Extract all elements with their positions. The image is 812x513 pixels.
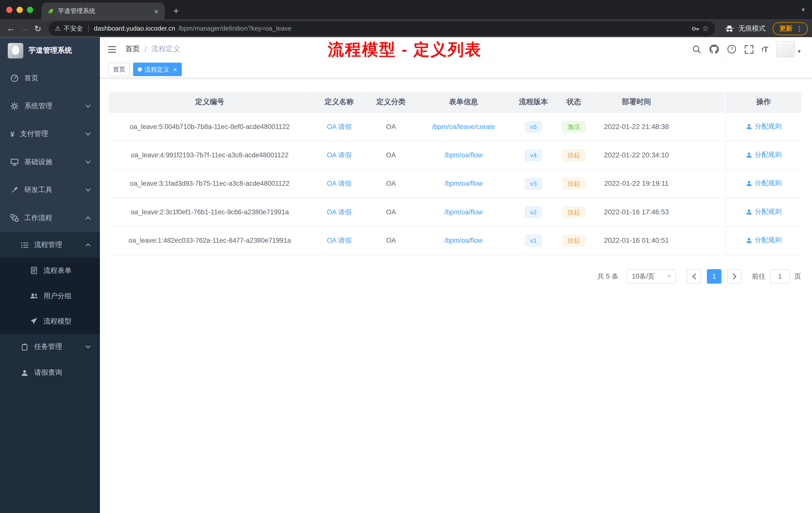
tab-search-caret-icon[interactable]: ▾ xyxy=(802,6,805,13)
sidebar-item-infrastructure[interactable]: 基础设施 xyxy=(0,148,100,176)
sidebar-item-process-management[interactable]: 流程管理 xyxy=(0,232,100,258)
definition-name-link[interactable]: OA 请假 xyxy=(327,236,351,244)
incognito-badge[interactable]: 无痕模式 xyxy=(719,24,771,33)
sidebar-item-home[interactable]: 首页 xyxy=(0,64,100,92)
sidebar-item-label: 流程表单 xyxy=(44,266,71,275)
sidebar-item-system[interactable]: 系统管理 xyxy=(0,92,100,120)
table-row: 分配规则 xyxy=(726,141,801,169)
assign-rule-label: 分配规则 xyxy=(755,150,782,160)
tag-home[interactable]: 首页 xyxy=(108,63,130,76)
table-header-row: 操作 xyxy=(726,92,801,113)
update-button[interactable]: 更新 ⋮ xyxy=(773,22,808,35)
sidebar-item-payment[interactable]: ¥ 支付管理 xyxy=(0,120,100,148)
browser-tab[interactable]: 芋道管理系统 × xyxy=(41,2,165,20)
sidebar-logo[interactable]: 芋道管理系统 xyxy=(0,37,100,64)
search-icon[interactable] xyxy=(692,45,701,54)
font-size-icon[interactable]: tT xyxy=(761,45,768,54)
cell-status: 挂起 xyxy=(554,141,593,169)
help-icon[interactable]: ? xyxy=(727,44,736,54)
sidebar-item-workflow[interactable]: 工作流程 xyxy=(0,204,100,232)
hamburger-icon[interactable] xyxy=(108,45,116,53)
cell-status: 挂起 xyxy=(554,226,593,254)
app: 芋道管理系统 首页 系统管理 ¥ 支付管理 xyxy=(0,37,812,513)
definition-table: 定义编号 定义名称 定义分类 表单信息 流程版本 状态 部署时间 oa_leav… xyxy=(109,92,801,255)
cell-definition-name: OA 请假 xyxy=(311,226,368,254)
chevron-down-icon xyxy=(85,132,91,135)
prev-page-button[interactable] xyxy=(687,269,701,283)
form-info-link[interactable]: /bpm/oa/flow xyxy=(444,180,483,187)
assign-rule-link[interactable]: 分配规则 xyxy=(746,122,782,131)
table-row: oa_leave:5:004b710b-7b8a-11ec-8ef0-acde4… xyxy=(109,113,724,141)
bookmark-star-icon[interactable]: ☆ xyxy=(702,24,709,33)
table-row: oa_leave:1:482ec033-762a-11ec-8477-a2380… xyxy=(109,226,724,254)
tag-close-icon[interactable]: × xyxy=(173,66,177,73)
definition-name-link[interactable]: OA 请假 xyxy=(327,151,351,159)
breadcrumb-home-link[interactable]: 首页 xyxy=(125,44,140,54)
goto-page-input[interactable] xyxy=(770,269,790,283)
new-tab-button[interactable]: + xyxy=(169,3,183,18)
reload-icon[interactable]: ↻ xyxy=(31,22,45,35)
fullscreen-icon[interactable] xyxy=(745,45,753,54)
cell-deploy-time: 2022-01-22 21:48:38 xyxy=(593,113,679,141)
tag-process-definition[interactable]: 流程定义 × xyxy=(133,63,181,76)
version-badge: v2 xyxy=(525,206,542,218)
version-badge: v3 xyxy=(525,178,542,189)
forward-icon[interactable]: → xyxy=(18,22,31,35)
active-dot xyxy=(138,67,142,71)
navbar-icons: ? tT ▾ xyxy=(692,41,801,58)
back-icon[interactable]: ← xyxy=(4,22,18,35)
sidebar-item-label: 支付管理 xyxy=(20,129,48,139)
github-icon[interactable] xyxy=(709,44,719,54)
update-label: 更新 xyxy=(779,24,792,33)
sidebar-item-process-model[interactable]: 流程模型 xyxy=(0,308,100,334)
page-size-value: 10条/页 xyxy=(632,272,655,281)
form-info-link[interactable]: /bpm/oa/flow xyxy=(444,151,483,159)
cell-filler xyxy=(679,226,724,254)
current-page-button[interactable]: 1 xyxy=(707,269,721,283)
table-actions: 操作 分配规则 分配规则 分配规则 xyxy=(726,92,801,255)
col-definition-id: 定义编号 xyxy=(109,92,311,113)
tags-view-bar: 首页 流程定义 × xyxy=(100,61,812,78)
page-size-select[interactable]: 10条/页 ▾ xyxy=(627,269,676,283)
url-host: dashboard.yudao.iocoder.cn xyxy=(94,25,175,32)
content: 定义编号 定义名称 定义分类 表单信息 流程版本 状态 部署时间 oa_leav… xyxy=(100,78,812,283)
tab-close-icon[interactable]: × xyxy=(153,6,160,16)
assign-rule-link[interactable]: 分配规则 xyxy=(746,150,782,160)
table-row: oa_leave:2:3c1f0ef1-76b1-11ec-9c66-a2380… xyxy=(109,198,724,226)
minimize-window-button[interactable] xyxy=(17,7,23,13)
page-annotation-title: 流程模型 - 定义列表 xyxy=(328,39,482,61)
definition-name-link[interactable]: OA 请假 xyxy=(327,179,351,187)
security-label[interactable]: 不安全 xyxy=(63,24,83,33)
cell-definition-id: oa_leave:4:991f2193-7b7f-11ec-a3c8-acde4… xyxy=(109,141,311,169)
col-deploy-time: 部署时间 xyxy=(593,92,679,113)
form-info-link[interactable]: /bpm/oa/flow xyxy=(444,208,483,216)
close-window-button[interactable] xyxy=(6,7,12,13)
cell-actions: 分配规则 xyxy=(726,198,801,226)
assign-rule-link[interactable]: 分配规则 xyxy=(746,207,782,217)
assign-rule-link[interactable]: 分配规则 xyxy=(746,179,782,188)
status-badge: 挂起 xyxy=(562,235,585,246)
form-info-link[interactable]: /bpm/oa/leave/create xyxy=(432,123,495,130)
address-bar[interactable]: ⚠ 不安全 dashboard.yudao.iocoder.cn /bpm/ma… xyxy=(49,21,715,36)
dashboard-icon xyxy=(10,74,19,82)
sidebar-item-dev-tools[interactable]: 研发工具 xyxy=(0,176,100,204)
sidebar-item-user-group[interactable]: 用户分组 xyxy=(0,283,100,308)
password-key-icon[interactable] xyxy=(691,25,699,32)
sidebar-item-label: 基础设施 xyxy=(24,157,52,167)
user-menu[interactable]: ▾ xyxy=(777,41,801,58)
sidebar-item-process-form[interactable]: 流程表单 xyxy=(0,258,100,283)
avatar[interactable] xyxy=(777,41,795,58)
form-info-link[interactable]: /bpm/oa/flow xyxy=(444,237,483,244)
definition-name-link[interactable]: OA 请假 xyxy=(327,208,351,216)
assign-rule-link[interactable]: 分配规则 xyxy=(746,236,782,245)
table-row: 分配规则 xyxy=(726,113,801,141)
paper-plane-icon xyxy=(30,317,38,325)
sidebar-item-leave-query[interactable]: 请假查询 xyxy=(0,360,100,386)
definition-name-link[interactable]: OA 请假 xyxy=(327,122,351,130)
next-page-button[interactable] xyxy=(727,269,742,283)
maximize-window-button[interactable] xyxy=(27,7,33,13)
cell-definition-name: OA 请假 xyxy=(311,169,368,198)
assign-rule-label: 分配规则 xyxy=(755,207,782,217)
browser-menu-icon[interactable]: ⋮ xyxy=(796,25,803,32)
sidebar-item-task-management[interactable]: 任务管理 xyxy=(0,334,100,360)
